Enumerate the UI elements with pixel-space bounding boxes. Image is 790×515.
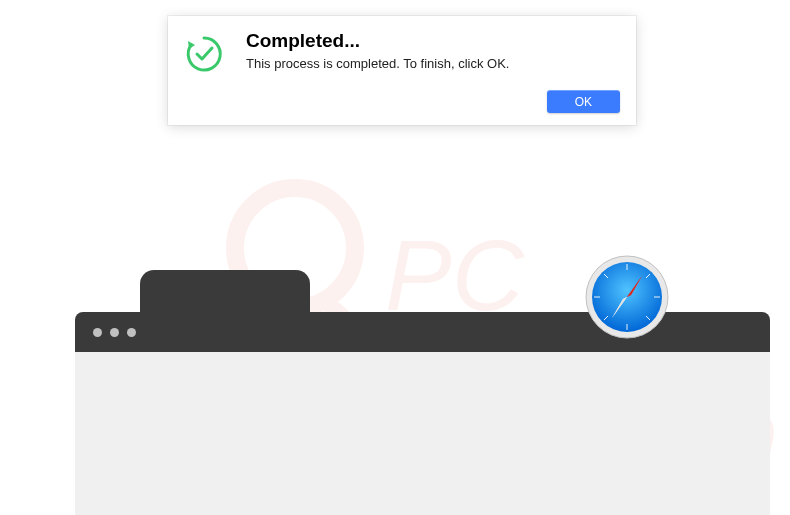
traffic-light-dot: [93, 328, 102, 337]
ok-button[interactable]: OK: [547, 90, 620, 113]
safari-icon: [584, 254, 670, 340]
traffic-light-dot: [110, 328, 119, 337]
browser-content-area: [75, 352, 770, 515]
browser-tab: [140, 270, 310, 312]
traffic-light-dot: [127, 328, 136, 337]
dialog-title: Completed...: [246, 30, 620, 52]
completion-dialog: Completed... This process is completed. …: [168, 16, 636, 125]
svg-marker-16: [188, 41, 195, 49]
dialog-message: This process is completed. To finish, cl…: [246, 56, 620, 71]
checkmark-refresh-icon: [184, 34, 224, 74]
